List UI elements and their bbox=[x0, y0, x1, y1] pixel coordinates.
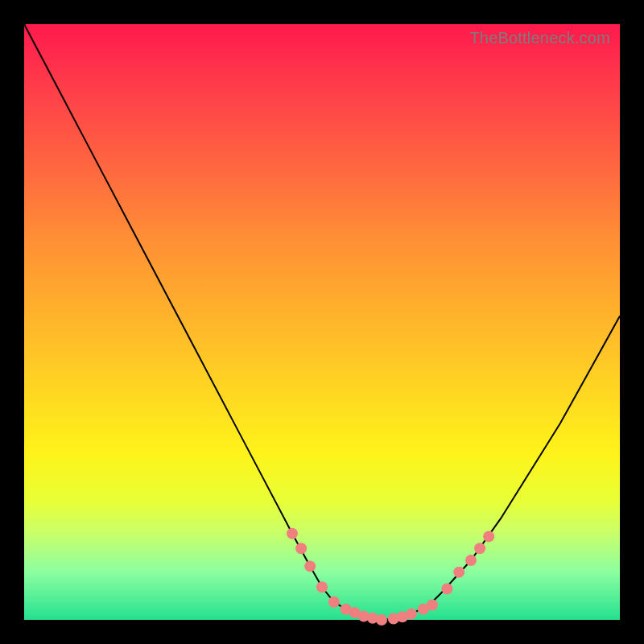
highlight-point bbox=[474, 543, 485, 554]
highlight-point bbox=[483, 530, 494, 542]
bottleneck-curve bbox=[24, 24, 620, 620]
highlight-point bbox=[406, 609, 417, 620]
highlight-point bbox=[304, 560, 316, 572]
plot-area: TheBottleneck.com bbox=[24, 24, 620, 620]
highlight-point bbox=[328, 597, 340, 608]
highlight-markers bbox=[287, 528, 494, 625]
curve-line bbox=[24, 24, 620, 620]
highlight-point bbox=[316, 581, 328, 592]
highlight-point bbox=[441, 584, 452, 595]
highlight-point bbox=[453, 567, 464, 578]
highlight-point bbox=[427, 600, 438, 611]
highlight-point bbox=[295, 543, 307, 554]
highlight-point bbox=[376, 614, 387, 625]
highlight-point bbox=[465, 555, 477, 566]
chart-frame: TheBottleneck.com bbox=[0, 0, 644, 644]
highlight-point bbox=[287, 528, 298, 539]
